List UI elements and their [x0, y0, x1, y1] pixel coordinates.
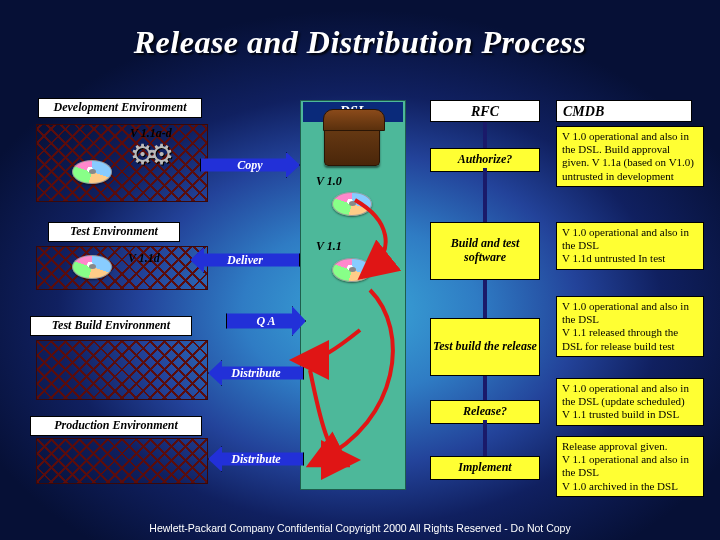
disc-icon	[332, 258, 372, 282]
distribute-arrow-1: Distribute	[208, 360, 304, 386]
distribute-arrow-2: Distribute	[208, 446, 304, 472]
cmdb-header: CMDB	[556, 100, 692, 122]
cmdb-row-3: V 1.0 operational and also in the DSL V …	[556, 296, 704, 357]
rfc-connector	[483, 376, 487, 400]
cmdb-row-2: V 1.0 operational and also in the DSL V …	[556, 222, 704, 270]
rfc-connector	[483, 280, 487, 318]
disc-icon	[72, 160, 112, 184]
page-title: Release and Distribution Process	[0, 24, 720, 61]
dev-backdrop	[36, 124, 208, 202]
treasure-chest-icon	[324, 122, 380, 166]
cmdb-row-4: V 1.0 operational and also in the DSL (u…	[556, 378, 704, 426]
rfc-build-label: Build and test software	[433, 237, 537, 265]
distribute-arrow-2-label: Distribute	[231, 452, 280, 467]
disc-icon	[332, 192, 372, 216]
rfc-connector	[483, 168, 487, 222]
production-environment-label: Production Environment	[30, 416, 202, 436]
gears-icon: ⚙⚙	[130, 138, 168, 171]
rfc-header: RFC	[430, 100, 540, 122]
rfc-build-test: Build and test software	[430, 222, 540, 280]
qa-arrow-label: Q A	[256, 315, 275, 327]
rfc-testbuild-label: Test build the release	[433, 340, 537, 354]
test-build-backdrop	[36, 340, 208, 400]
deliver-arrow-label: Deliver	[227, 253, 263, 268]
rfc-connector	[483, 122, 487, 148]
rfc-implement: Implement	[430, 456, 540, 480]
cmdb-row-5: Release approval given. V 1.1 operationa…	[556, 436, 704, 497]
copy-arrow: Copy	[200, 152, 300, 178]
dsl-version-1-1: V 1.1	[316, 239, 342, 254]
qa-arrow: Q A	[226, 306, 306, 336]
confidential-footer: Hewlett-Packard Company Confidential Cop…	[0, 522, 720, 534]
rfc-test-build: Test build the release	[430, 318, 540, 376]
prod-backdrop	[36, 438, 208, 484]
test-backdrop	[36, 246, 208, 290]
test-version-label: V 1.1d	[128, 251, 160, 266]
disc-icon	[72, 255, 112, 279]
dev-environment-label: Development Environment	[38, 98, 202, 118]
deliver-arrow: Deliver	[190, 247, 300, 273]
cmdb-row-1: V 1.0 operational and also in the DSL. B…	[556, 126, 704, 187]
dsl-version-1-0: V 1.0	[316, 174, 342, 189]
test-build-environment-label: Test Build Environment	[30, 316, 192, 336]
distribute-arrow-1-label: Distribute	[231, 366, 280, 381]
test-environment-label: Test Environment	[48, 222, 180, 242]
rfc-connector	[483, 420, 487, 456]
copy-arrow-label: Copy	[237, 158, 262, 173]
